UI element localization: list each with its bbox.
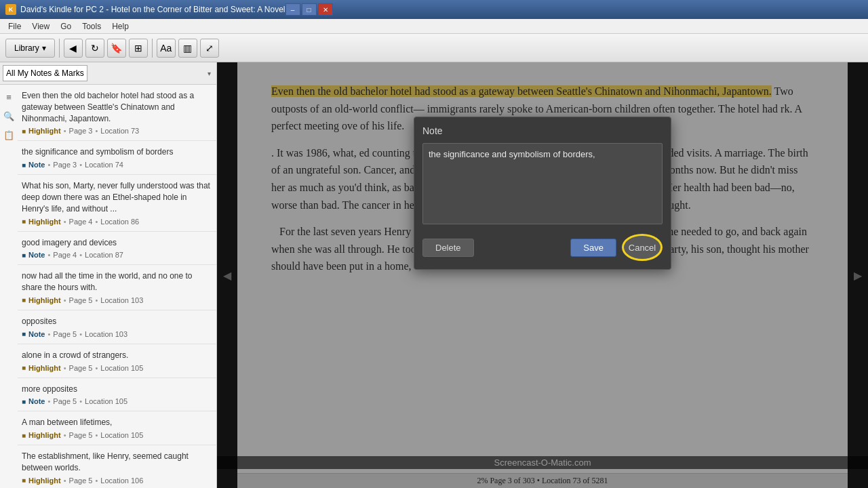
note-separator-2: • [95, 127, 98, 135]
note-separator: • [64, 476, 66, 485]
toolbar-separator-1 [59, 39, 60, 58]
note-page: Page 3 [69, 127, 93, 135]
menu-tools[interactable]: Tools [77, 20, 106, 33]
note-separator-2: • [79, 161, 82, 169]
titlebar: K David's Kindle for PC 2 - Hotel on the… [0, 0, 868, 19]
notes-list[interactable]: Even then the old bachelor hotel had sto… [0, 85, 216, 488]
note-text: good imagery and devices [22, 237, 211, 249]
cancel-button[interactable]: Cancel [622, 234, 663, 261]
save-button[interactable]: Save [570, 239, 616, 257]
list-item[interactable]: Even then the old bachelor hotel had sto… [18, 85, 216, 141]
list-item[interactable]: A man between lifetimes, ■ Highlight • P… [18, 411, 216, 445]
list-item[interactable]: alone in a crowd of strangers. ■ Highlig… [18, 344, 216, 378]
note-dialog-footer: Delete Save Cancel [422, 234, 663, 261]
sidebar-resize-handle[interactable] [214, 62, 216, 488]
delete-button[interactable]: Delete [422, 239, 474, 257]
menubar: File View Go Tools Help [0, 19, 868, 34]
note-separator-2: • [79, 397, 82, 405]
note-type-icon: ■ [22, 364, 26, 371]
back-button[interactable]: ◀ [64, 39, 83, 58]
menu-view[interactable]: View [26, 20, 55, 33]
note-meta: ■ Note • Page 5 • Location 103 [22, 330, 211, 338]
note-separator-2: • [95, 364, 98, 372]
fullscreen-button[interactable]: ⤢ [200, 39, 219, 58]
note-type-icon: ■ [22, 251, 26, 259]
note-page: Page 4 [69, 218, 93, 226]
note-page: Page 5 [53, 330, 77, 338]
note-meta: ■ Highlight • Page 5 • Location 105 [22, 431, 211, 439]
window-title: David's Kindle for PC 2 - Hotel on the C… [20, 5, 285, 14]
note-type-label: Note [28, 251, 45, 259]
library-button[interactable]: Library ▾ [5, 39, 55, 58]
note-separator-2: • [79, 251, 82, 259]
note-dialog-backdrop: Note Delete Save Cancel [217, 62, 868, 488]
list-item[interactable]: the significance and symbolism of border… [18, 141, 216, 175]
note-separator: • [64, 127, 66, 135]
note-type-icon: ■ [22, 398, 26, 405]
note-textarea[interactable] [422, 143, 663, 224]
list-item[interactable]: What his son, Marty, never fully underst… [18, 175, 216, 231]
note-page: Page 5 [53, 397, 77, 405]
list-item[interactable]: opposites ■ Note • Page 5 • Location 103 [18, 310, 216, 344]
note-text: What his son, Marty, never fully underst… [22, 180, 211, 214]
minimize-button[interactable]: – [285, 3, 300, 16]
note-meta: ■ Note • Page 5 • Location 105 [22, 397, 211, 405]
note-location: Location 103 [100, 296, 143, 304]
note-location: Location 105 [100, 431, 143, 439]
note-text: The establishment, like Henry, seemed ca… [22, 451, 211, 474]
note-separator: • [64, 364, 66, 372]
note-text: now had all the time in the world, and n… [22, 270, 211, 293]
note-type-icon: ■ [22, 476, 26, 484]
library-dropdown-icon: ▾ [42, 43, 46, 53]
note-page: Page 3 [53, 161, 77, 169]
list-item[interactable]: good imagery and devices ■ Note • Page 4… [18, 232, 216, 266]
note-type-icon: ■ [22, 218, 26, 225]
note-type-icon: ■ [22, 127, 26, 135]
refresh-button[interactable]: ↻ [85, 39, 104, 58]
note-page: Page 4 [53, 251, 77, 259]
note-separator: • [64, 296, 66, 304]
list-item[interactable]: now had all the time in the world, and n… [18, 265, 216, 310]
note-type-icon: ■ [22, 432, 26, 439]
menu-help[interactable]: Help [106, 20, 134, 33]
note-type-label: Highlight [28, 218, 61, 226]
toolbar-separator-2 [152, 39, 153, 58]
note-location: Location 105 [100, 364, 143, 372]
bookmark-button[interactable]: 🔖 [107, 39, 126, 58]
note-text: Even then the old bachelor hotel had sto… [22, 90, 211, 124]
menu-file[interactable]: File [3, 20, 26, 33]
list-item[interactable]: The establishment, like Henry, seemed ca… [18, 445, 216, 488]
note-text: opposites [22, 316, 211, 327]
note-meta: ■ Note • Page 4 • Location 87 [22, 251, 211, 259]
note-separator-2: • [95, 476, 98, 485]
window-controls[interactable]: – □ ✕ [285, 3, 333, 16]
note-separator: • [64, 218, 66, 226]
close-button[interactable]: ✕ [318, 3, 333, 16]
sidebar-menu-icon[interactable]: ≡ [1, 89, 16, 104]
font-button[interactable]: Aa [157, 39, 176, 58]
note-text: alone in a crowd of strangers. [22, 350, 211, 361]
note-meta: ■ Highlight • Page 3 • Location 73 [22, 127, 211, 135]
columns-button[interactable]: ▥ [178, 39, 197, 58]
note-type-icon: ■ [22, 330, 26, 338]
note-location: Location 86 [100, 218, 139, 226]
layout-button[interactable]: ⊞ [129, 39, 148, 58]
note-separator-2: • [79, 330, 82, 338]
sidebar-icons: ≡ 🔍 📋 [0, 85, 18, 146]
content-area: ◀ Even then the old bachelor hotel had s… [217, 62, 868, 488]
note-type-label: Note [28, 161, 45, 169]
list-item[interactable]: more opposites ■ Note • Page 5 • Locatio… [18, 378, 216, 412]
main-layout: ≡ 🔍 📋 All My Notes & Marks Highlights On… [0, 62, 868, 488]
maximize-button[interactable]: □ [302, 3, 317, 16]
notes-filter-dropdown-wrap: All My Notes & Marks Highlights Only Not… [3, 65, 214, 81]
note-page: Page 5 [69, 431, 93, 439]
menu-go[interactable]: Go [55, 20, 77, 33]
note-type-label: Note [28, 397, 45, 405]
note-separator-2: • [95, 296, 98, 304]
sidebar-notes-icon[interactable]: 📋 [1, 127, 16, 142]
notes-filter-dropdown[interactable]: All My Notes & Marks Highlights Only Not… [3, 65, 87, 81]
note-type-label: Highlight [28, 127, 61, 135]
note-meta: ■ Note • Page 3 • Location 74 [22, 161, 211, 169]
note-separator: • [48, 397, 51, 405]
sidebar-search-icon[interactable]: 🔍 [1, 108, 16, 123]
